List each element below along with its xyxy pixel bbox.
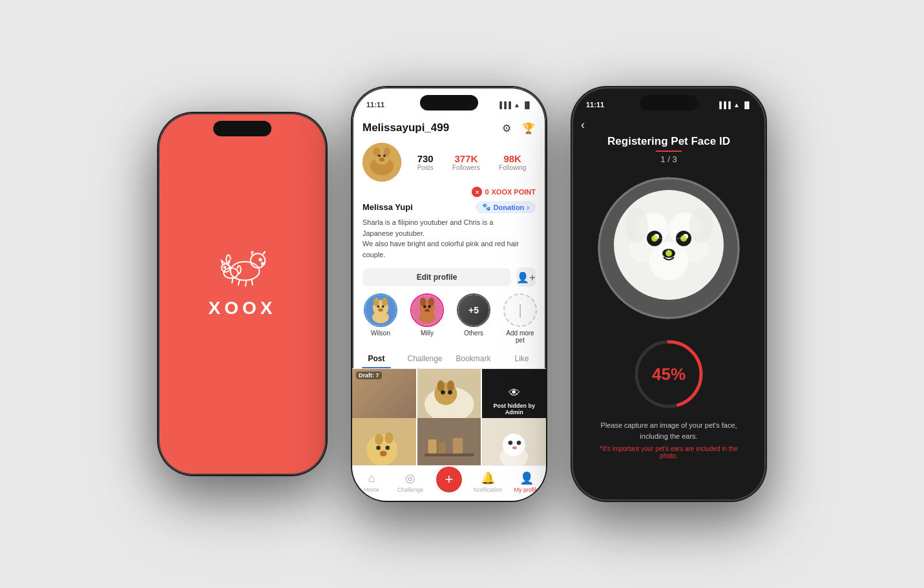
edit-profile-row: Edit profile 👤+	[352, 264, 546, 291]
progress-container: 45%	[633, 339, 704, 410]
add-friend-button[interactable]: 👤+	[516, 268, 536, 287]
pet-name-others: Others	[464, 330, 483, 337]
stat-posts: 730 Posts	[417, 153, 434, 171]
pets-row: Wilson Milly	[352, 291, 546, 349]
pet-item-others[interactable]: +5 Others	[456, 293, 492, 344]
profile-username: Melissayupi_499	[362, 121, 449, 134]
post-cell-5[interactable]	[417, 418, 481, 466]
progress-percent: 45%	[652, 364, 686, 384]
points-label: XOOX POINT	[492, 188, 536, 196]
followers-label: Followers	[452, 164, 480, 171]
stats-grid: 730 Posts 377K Followers 98K Following	[408, 153, 536, 171]
others-bg: +5	[458, 295, 489, 326]
svg-point-18	[379, 158, 384, 162]
signal-icon-3: ▐▐▐	[717, 101, 731, 109]
xoox-logo-icon	[210, 241, 275, 293]
tab-post[interactable]: Post	[352, 349, 401, 368]
home-label: Home	[364, 487, 379, 493]
posts-grid: Draft: 7 👁 Post hidden by Admin	[352, 369, 546, 465]
post-cell-4[interactable]	[352, 418, 416, 466]
xoox-points-icon: X	[472, 187, 482, 197]
posts-count: 730	[417, 153, 434, 164]
wifi-icon: ▲	[514, 101, 520, 109]
pet-avatar-others: +5	[457, 293, 490, 327]
donation-button[interactable]: 🐾 Donation ›	[476, 201, 536, 213]
edit-profile-button[interactable]: Edit profile	[362, 268, 511, 286]
faceid-instruction: Please capture an image of your pet's fa…	[572, 420, 766, 441]
svg-point-1	[251, 253, 265, 268]
svg-point-41	[448, 390, 452, 395]
status-icons-3: ▐▐▐ ▲ ▐▌	[717, 101, 751, 109]
svg-point-21	[373, 298, 379, 306]
tab-challenge[interactable]: Challenge	[401, 349, 449, 368]
logo-container: XOOX	[209, 241, 277, 319]
bio-line1: Sharla is a filipino youtuber and Chris …	[362, 218, 493, 226]
svg-point-10	[224, 267, 226, 268]
stat-followers: 377K Followers	[452, 153, 480, 171]
faceid-step: 1 / 3	[660, 154, 677, 164]
donation-arrow: ›	[527, 204, 529, 211]
hidden-text: Post hidden by Admin	[482, 403, 546, 415]
svg-point-60	[512, 446, 517, 448]
stat-following: 98K Following	[499, 153, 526, 171]
wilson-dog-svg	[365, 295, 396, 326]
donation-icon: 🐾	[482, 203, 491, 211]
svg-point-40	[441, 390, 445, 395]
phone-1-splash: XOOX	[158, 113, 326, 475]
svg-point-7	[262, 263, 265, 265]
signal-icon: ▐▐▐	[498, 101, 511, 109]
trophy-icon[interactable]: 🏆	[521, 121, 536, 135]
svg-rect-52	[428, 439, 436, 453]
status-icons-2: ▐▐▐ ▲ ▐▌	[498, 101, 532, 109]
tabs-row: Post Challenge Bookmark Like	[352, 349, 546, 369]
draft-label: Draft: 7	[356, 372, 382, 379]
post-white-svg	[482, 418, 546, 466]
svg-point-45	[384, 432, 393, 443]
svg-rect-49	[417, 418, 481, 466]
tab-like[interactable]: Like	[498, 349, 546, 368]
pet-item-add[interactable]: | Add more pet	[502, 293, 538, 344]
bio-line3: We also have bright and colorful pink an…	[362, 240, 519, 258]
pet-name-milly: Milly	[421, 330, 434, 337]
svg-point-47	[386, 445, 390, 450]
battery-icon-3: ▐▌	[742, 101, 751, 109]
profile-name: Melissa Yupi	[362, 202, 413, 212]
svg-point-6	[259, 258, 261, 260]
pet-avatar-add: |	[503, 293, 537, 327]
svg-point-58	[509, 441, 513, 445]
back-button[interactable]: ‹	[581, 118, 585, 132]
pet-item-wilson[interactable]: Wilson	[362, 293, 399, 344]
svg-point-29	[420, 298, 426, 306]
post-cell-6[interactable]	[482, 418, 546, 466]
svg-rect-54	[452, 437, 462, 453]
faceid-screen: ‹ Registering Pet Face ID 1 / 3	[572, 116, 766, 501]
pet-name-add: Add more pet	[502, 330, 538, 344]
svg-point-39	[447, 381, 454, 392]
svg-line-4	[251, 279, 253, 286]
faceid-warning: *It's important your pet's ears are incl…	[572, 445, 766, 459]
milly-dog-svg	[412, 295, 443, 326]
svg-point-16	[378, 154, 381, 157]
status-time-2: 11:11	[366, 101, 384, 109]
profile-stats: 730 Posts 377K Followers 98K Following	[352, 139, 546, 185]
svg-point-30	[428, 298, 434, 306]
settings-icon[interactable]: ⚙	[499, 121, 514, 135]
add-icon: |	[518, 302, 522, 319]
post-dog2-svg	[352, 418, 416, 466]
svg-point-23	[377, 306, 379, 308]
others-count: +5	[468, 305, 479, 315]
svg-point-38	[437, 381, 444, 392]
svg-point-26	[372, 311, 389, 323]
pet-item-milly[interactable]: Milly	[409, 293, 445, 344]
svg-point-74	[689, 207, 713, 244]
tab-bookmark[interactable]: Bookmark	[449, 349, 498, 368]
pet-avatar-milly	[410, 293, 444, 327]
bio-line2: Japanese youtuber.	[362, 229, 425, 237]
battery-icon: ▐▌	[523, 101, 532, 109]
faceid-title: Registering Pet Face ID	[607, 135, 730, 148]
pet-name-wilson: Wilson	[371, 330, 390, 337]
svg-point-73	[625, 207, 648, 244]
edit-profile-label: Edit profile	[417, 273, 457, 282]
donation-label: Donation	[494, 204, 525, 211]
posts-label: Posts	[417, 164, 434, 171]
